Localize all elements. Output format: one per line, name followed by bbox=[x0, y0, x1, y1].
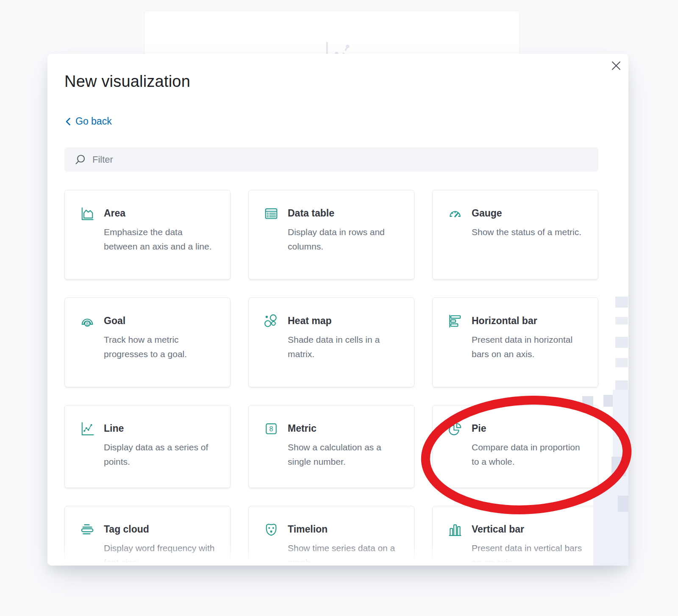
card-title: Gauge bbox=[472, 208, 581, 219]
svg-text:8: 8 bbox=[270, 425, 273, 433]
pie-chart-icon bbox=[448, 422, 462, 436]
card-title: Timelion bbox=[288, 524, 402, 535]
vertical-bar-icon bbox=[448, 522, 462, 537]
svg-text:8: 8 bbox=[86, 321, 89, 326]
card-data-table[interactable]: Data table Display data in rows and colu… bbox=[248, 190, 414, 280]
card-description: Show a calculation as a single number. bbox=[288, 440, 402, 469]
card-title: Heat map bbox=[288, 315, 402, 327]
card-description: Shade data in cells in a matrix. bbox=[288, 333, 402, 361]
card-description: Present data in horizontal bars on an ax… bbox=[472, 333, 586, 361]
card-title: Pie bbox=[472, 423, 586, 434]
card-description: Emphasize the data between an axis and a… bbox=[104, 225, 218, 254]
horizontal-bar-icon bbox=[448, 314, 462, 328]
card-title: Data table bbox=[288, 208, 402, 219]
visualization-type-grid: Area Emphasize the data between an axis … bbox=[64, 190, 598, 566]
modal-title: New visualization bbox=[64, 72, 190, 91]
card-title: Line bbox=[104, 423, 218, 434]
card-description: Display data as a series of points. bbox=[104, 440, 218, 469]
metric-icon: 8 bbox=[264, 422, 278, 436]
card-title: Horizontal bar bbox=[472, 315, 586, 327]
background-artifact bbox=[582, 396, 593, 406]
card-metric[interactable]: 8 Metric Show a calculation as a single … bbox=[248, 405, 414, 488]
gauge-icon bbox=[448, 206, 462, 221]
card-description: Display word frequency with font size. bbox=[104, 541, 218, 566]
card-tag-cloud[interactable]: Tag cloud Display word frequency with fo… bbox=[64, 506, 231, 566]
close-icon[interactable] bbox=[610, 60, 622, 72]
card-description: Display data in rows and columns. bbox=[288, 225, 402, 254]
card-area[interactable]: Area Emphasize the data between an axis … bbox=[64, 190, 231, 280]
background-artifact bbox=[615, 317, 628, 325]
card-description: Show time series data on a graph. bbox=[288, 541, 402, 566]
background-artifact bbox=[615, 297, 628, 308]
background-artifact bbox=[581, 495, 588, 500]
card-title: Area bbox=[104, 208, 218, 219]
background-artifact bbox=[615, 358, 628, 367]
card-timelion[interactable]: Timelion Show time series data on a grap… bbox=[248, 506, 414, 566]
card-title: Vertical bar bbox=[472, 524, 586, 535]
tag-cloud-icon bbox=[80, 522, 94, 537]
heat-map-icon bbox=[264, 314, 278, 328]
card-title: Metric bbox=[288, 423, 402, 434]
card-description: Present data in vertical bars on an axis… bbox=[472, 541, 586, 566]
card-pie[interactable]: Pie Compare data in proportion to a whol… bbox=[432, 405, 598, 488]
card-horizontal-bar[interactable]: Horizontal bar Present data in horizonta… bbox=[432, 297, 598, 387]
card-heat-map[interactable]: Heat map Shade data in cells in a matrix… bbox=[248, 297, 414, 387]
goal-icon: 8 bbox=[80, 314, 94, 328]
card-title: Goal bbox=[104, 315, 218, 327]
timelion-icon bbox=[264, 522, 278, 537]
go-back-label: Go back bbox=[75, 116, 112, 127]
card-title: Tag cloud bbox=[104, 524, 218, 535]
go-back-link[interactable]: Go back bbox=[65, 116, 112, 127]
card-description: Show the status of a metric. bbox=[472, 225, 581, 239]
background-artifact bbox=[615, 337, 628, 348]
area-chart-icon bbox=[80, 206, 94, 221]
background-artifact bbox=[618, 496, 628, 512]
card-description: Compare data in proportion to a whole. bbox=[472, 440, 586, 469]
line-chart-icon bbox=[80, 422, 94, 436]
card-line[interactable]: Line Display data as a series of points. bbox=[64, 405, 231, 488]
card-gauge[interactable]: Gauge Show the status of a metric. bbox=[432, 190, 598, 280]
filter-input[interactable] bbox=[64, 147, 598, 172]
chevron-left-icon bbox=[65, 117, 71, 126]
data-table-icon bbox=[264, 206, 278, 221]
background-artifact bbox=[611, 457, 626, 476]
card-goal[interactable]: 8 Goal Track how a metric progresses to … bbox=[64, 297, 231, 387]
new-visualization-modal: New visualization Go back Area Emphasize… bbox=[47, 54, 628, 566]
page-background: { "modal": { "title": "New visualization… bbox=[0, 0, 678, 616]
card-description: Track how a metric progresses to a goal. bbox=[104, 333, 218, 361]
card-vertical-bar[interactable]: Vertical bar Present data in vertical ba… bbox=[432, 506, 598, 566]
